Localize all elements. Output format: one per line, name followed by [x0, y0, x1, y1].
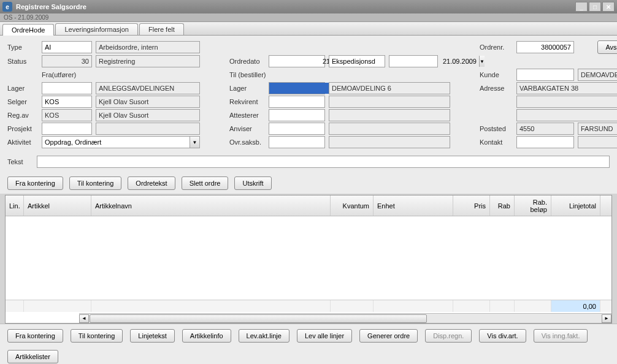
artikkelinfo-button[interactable]: Artikkelinfo: [182, 329, 231, 343]
label-lager2: Lager: [229, 85, 265, 92]
linjetekst-button[interactable]: Linjetekst: [130, 329, 174, 343]
window-title: Registrere Salgsordre: [16, 3, 575, 10]
label-ordrenr: Ordrenr.: [480, 44, 513, 51]
col-pris[interactable]: Pris: [453, 195, 490, 216]
scroll-right-button[interactable]: ►: [602, 314, 611, 323]
regav-desc: Kjell Olav Susort: [96, 109, 200, 121]
col-enhet[interactable]: Enhet: [374, 195, 453, 216]
rekvirent-combo[interactable]: ▼: [269, 96, 325, 108]
kontakt-combo[interactable]: ▼: [516, 136, 574, 148]
col-linjetotal[interactable]: Linjetotal: [551, 195, 600, 216]
ordredato-combo[interactable]: ▼: [269, 55, 325, 67]
label-ordredato: Ordredato: [229, 58, 265, 65]
ovrsaksb-desc: [329, 136, 450, 148]
footer-total: 0,00: [551, 300, 600, 312]
adresse2-value: [516, 96, 617, 108]
ovrsaksb-combo[interactable]: ▼: [269, 136, 325, 148]
postnr-value: 4550: [516, 123, 574, 135]
anviser-combo[interactable]: ▼: [269, 123, 325, 135]
selger-desc: Kjell Olav Susort: [96, 96, 200, 108]
lager2-combo[interactable]: ▼: [269, 82, 325, 94]
section-fra: Fra(utfører): [42, 71, 200, 78]
tekst-row: Tekst: [0, 153, 617, 173]
table-header: Lin. Artikkel Artikkelnavn Kvantum Enhet…: [6, 195, 611, 216]
col-lin[interactable]: Lin.: [6, 195, 24, 216]
eksp-date-input[interactable]: [389, 56, 479, 67]
form-panel: Type ▼ Arbeidsordre, intern Ordrenr. Avs…: [0, 36, 617, 153]
kunde-desc: DEMOAVDELING 6: [578, 69, 617, 81]
tab-flere-felt[interactable]: Flere felt: [139, 23, 184, 35]
scroll-left-button[interactable]: ◄: [79, 314, 89, 323]
sub-title: OS - 21.09.2009: [0, 13, 617, 22]
lev-akt-linje-button[interactable]: Lev.akt.linje: [239, 329, 289, 343]
label-status: Status: [7, 58, 38, 65]
label-ovrsaksb: Ovr.saksb.: [229, 138, 265, 146]
aktivitet-input[interactable]: [42, 137, 190, 148]
rekvirent-desc: [329, 96, 450, 108]
label-prosjekt: Prosjekt: [7, 125, 38, 132]
ordretekst-button[interactable]: Ordretekst: [128, 176, 175, 190]
prosjekt-desc: [96, 123, 200, 135]
type-desc: Arbeidsordre, intern: [96, 41, 200, 53]
label-lager1: Lager: [7, 85, 38, 92]
col-artikkelnavn[interactable]: Artikkelnavn: [91, 195, 331, 216]
avslutt-ordre-button[interactable]: Avslutt ordre: [597, 40, 617, 54]
tab-ordrehode[interactable]: OrdreHode: [2, 24, 54, 36]
maximize-button[interactable]: □: [589, 2, 601, 12]
slett-ordre-button[interactable]: Slett ordre: [182, 176, 229, 190]
label-regav: Reg.av: [7, 112, 38, 119]
generer-ordre-button[interactable]: Generer ordre: [359, 329, 418, 343]
minimize-button[interactable]: _: [575, 2, 588, 12]
attesterer-desc: [329, 109, 450, 121]
label-rekvirent: Rekvirent: [229, 98, 265, 105]
lager1-combo[interactable]: ▼: [42, 82, 92, 94]
ekspedisjon-combo[interactable]: ▼: [329, 55, 385, 67]
prosjekt-combo[interactable]: ▼: [42, 123, 92, 135]
ordrenr-input[interactable]: [516, 41, 574, 53]
kontakt-desc: [578, 136, 617, 148]
kunde-combo[interactable]: ▼: [516, 69, 574, 81]
adresse3-value: [516, 109, 617, 121]
title-bar: e Registrere Salgsordre _ □ ✕: [0, 0, 617, 13]
col-rab-belop[interactable]: Rab. beløp: [515, 195, 551, 216]
dropdown-icon[interactable]: ▼: [190, 137, 199, 148]
horizontal-scrollbar[interactable]: ◄ ►: [79, 313, 611, 323]
tab-leveringsinformasjon[interactable]: Leveringsinformasjon: [55, 23, 138, 35]
fra-kontering-button[interactable]: Fra kontering: [7, 329, 63, 343]
label-type: Type: [7, 44, 38, 51]
label-adresse: Adresse: [480, 85, 513, 92]
artikkelister-button[interactable]: Artikkelister: [7, 350, 58, 363]
aktivitet-combo[interactable]: ▼: [42, 136, 200, 148]
tekst-input[interactable]: [37, 156, 610, 168]
fra-kontering-button[interactable]: Fra kontering: [7, 176, 63, 190]
eksp-date-combo[interactable]: ▼: [389, 55, 438, 67]
poststed-value: FARSUND: [578, 123, 617, 135]
label-selger: Selger: [7, 98, 38, 105]
lev-alle-linjer-button[interactable]: Lev alle linjer: [297, 329, 352, 343]
vis-inng-fakt--button[interactable]: Vis inng.fakt.: [534, 329, 588, 343]
tab-strip: OrdreHode Leveringsinformasjon Flere fel…: [0, 22, 617, 36]
til-kontering-button[interactable]: Til kontering: [69, 176, 122, 190]
adresse-value: VARBAKGATEN 38: [516, 82, 617, 94]
dropdown-icon[interactable]: ▼: [479, 56, 485, 67]
anviser-desc: [329, 123, 450, 135]
close-button[interactable]: ✕: [602, 2, 615, 12]
mid-button-row: Fra kontering Til kontering Ordretekst S…: [0, 173, 617, 194]
col-kvantum[interactable]: Kvantum: [331, 195, 374, 216]
utskrift-button[interactable]: Utskrift: [234, 176, 271, 190]
vis-div-art--button[interactable]: Vis div.art.: [479, 329, 526, 343]
type-combo[interactable]: ▼: [42, 41, 92, 53]
lager1-desc: ANLEGGSAVDELINGEN: [96, 82, 200, 94]
col-artikkel[interactable]: Artikkel: [24, 195, 91, 216]
status-desc: Registrering: [96, 55, 200, 67]
label-attesterer: Attesterer: [229, 112, 265, 119]
col-rab[interactable]: Rab: [490, 195, 515, 216]
status-code: 30: [42, 55, 92, 67]
til-kontering-button[interactable]: Til kontering: [71, 329, 123, 343]
scroll-thumb[interactable]: [90, 314, 427, 323]
regav-code: KOS: [42, 109, 92, 121]
label-anviser: Anviser: [229, 125, 265, 132]
attesterer-combo[interactable]: ▼: [269, 109, 325, 121]
disp-regn--button[interactable]: Disp.regn.: [425, 329, 472, 343]
selger-combo[interactable]: ▼: [42, 96, 92, 108]
